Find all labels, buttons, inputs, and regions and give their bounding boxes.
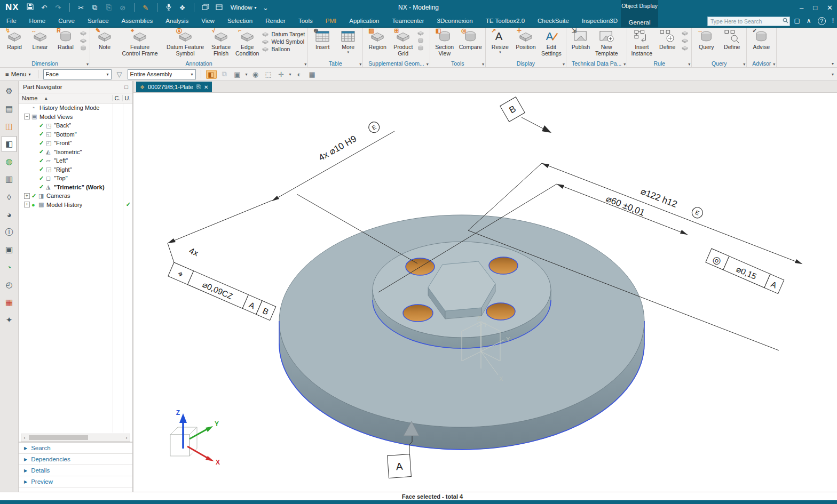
tab-selection[interactable]: Selection	[221, 18, 259, 24]
tree-item-view-back[interactable]: ✓◳"Back"	[19, 121, 132, 130]
minimize-button[interactable]: –	[800, 4, 803, 12]
alert-icon[interactable]: !	[832, 17, 834, 25]
tree-item-model-views[interactable]: −▣Model Views	[19, 113, 132, 122]
point-constructor-icon[interactable]: ✛	[277, 70, 286, 78]
group-dialog-caret[interactable]: ▾	[743, 62, 745, 67]
tree-item-view-bottom[interactable]: ✓◱"Bottom"	[19, 130, 132, 139]
constraint-navigator-icon[interactable]: ◫	[2, 118, 17, 134]
tab-inspection3d[interactable]: Inspection3D	[575, 18, 624, 24]
expand-box-icon[interactable]: +	[24, 193, 30, 199]
select-window-icon[interactable]: ▣	[233, 70, 242, 78]
tab-render[interactable]: Render	[259, 18, 292, 24]
scrollbar-thumb[interactable]	[29, 435, 88, 440]
group-dialog-caret[interactable]: ▾	[773, 62, 775, 67]
tree-item-history-modeling-mode[interactable]: ◔History Modeling Mode	[19, 103, 132, 113]
roles-icon[interactable]: ✦	[2, 312, 17, 328]
section-preview[interactable]: ▶Preview	[19, 476, 132, 487]
edge-condition-button[interactable]: ⌐Edge Condition	[234, 29, 260, 57]
menu-button[interactable]: ≡ Menu ▾	[3, 71, 33, 77]
tab-application[interactable]: Application	[343, 18, 385, 24]
resource-bar-options-icon[interactable]: ⚙	[2, 83, 17, 99]
tab-general[interactable]: General	[629, 19, 651, 26]
supplemental-small-icon-1[interactable]	[417, 30, 424, 36]
copy-icon[interactable]: ⧉	[90, 3, 100, 12]
group-dialog-caret[interactable]: ▾	[304, 62, 306, 67]
edit-settings-button[interactable]: AEdit Settings	[539, 29, 564, 57]
chamfer-dimension-icon[interactable]	[80, 37, 87, 44]
ghost-selection-icon[interactable]: ⧉	[220, 70, 230, 78]
hole-thread-callout-icon[interactable]	[80, 45, 87, 51]
position-button[interactable]: ✛Position	[513, 29, 539, 51]
section-dependencies[interactable]: ▶Dependencies	[19, 454, 132, 465]
tree-item-view-front[interactable]: ✓◰"Front"	[19, 139, 132, 148]
compare-button[interactable]: ◎Compare	[457, 29, 484, 51]
linear-dimension-button[interactable]: ↔Linear	[27, 29, 53, 51]
selection-filter-combo[interactable]: Face▾	[43, 69, 112, 79]
feature-control-frame-button[interactable]: ⌖Feature Control Frame	[117, 29, 162, 57]
window-icon[interactable]	[215, 4, 224, 12]
magnet-snap-icon[interactable]: ◉	[251, 70, 260, 78]
resize-button[interactable]: A↗Resize▾	[487, 29, 513, 55]
tree-item-view-trimetric-work[interactable]: ✓◮"Trimetric" (Work)	[19, 183, 132, 192]
assembly-navigator-icon[interactable]: ▤	[2, 101, 17, 117]
panel-undock-icon[interactable]: □	[124, 84, 128, 90]
product-grid-button[interactable]: ⊞Product Grid	[390, 29, 416, 57]
expand-box-icon[interactable]: +	[24, 202, 30, 207]
visual-reports-icon[interactable]: ▦	[2, 294, 17, 310]
undo-icon[interactable]: ↶	[40, 4, 49, 12]
measure-icon[interactable]: ◊	[2, 189, 17, 205]
pmi-fcf-concentricity[interactable]: ◎ ⌀0,15 A	[706, 249, 784, 294]
tab-surface[interactable]: Surface	[81, 18, 115, 24]
datum-feature-symbol-button[interactable]: ⒶDatum Feature Symbol	[162, 29, 208, 57]
cascade-windows-icon[interactable]	[201, 4, 210, 12]
pmi-dimension-outer-diameter[interactable]: ⌀122 h12 E	[639, 186, 705, 220]
customize-quick-access-icon[interactable]: ⌄	[261, 4, 271, 12]
publish-button[interactable]: ⇲Publish	[568, 29, 594, 51]
selection-filter-funnel-icon[interactable]: ▽	[115, 70, 124, 78]
window-menu[interactable]: Window▾	[231, 4, 257, 11]
tab-home[interactable]: Home	[23, 18, 52, 24]
visual-search-icon[interactable]: ◕	[2, 206, 17, 222]
group-dialog-caret[interactable]: ▾	[427, 62, 429, 67]
model-viewport[interactable]: Z Y X	[133, 93, 837, 494]
group-dialog-caret[interactable]: ▾	[623, 62, 626, 67]
group-dialog-caret[interactable]: ▾	[359, 62, 361, 67]
scroll-left-arrow[interactable]: ‹	[21, 435, 28, 441]
tree-item-view-left[interactable]: ✓▱"Left"	[19, 156, 132, 165]
tree-item-view-top[interactable]: ✓◻"Top"	[19, 174, 132, 183]
insert-instance-button[interactable]: Insert Instance	[629, 29, 654, 57]
rule-small-icon-1[interactable]	[681, 30, 689, 36]
group-dialog-caret[interactable]: ▾	[563, 62, 565, 67]
pmi-dimension-holes[interactable]: 4x ⌀10 H9 E	[317, 120, 381, 163]
format-brush-icon[interactable]: ✎	[141, 4, 151, 12]
tab-pmi[interactable]: PMI	[319, 18, 343, 24]
minimize-ribbon-icon[interactable]: ∧	[807, 17, 811, 25]
tab-view[interactable]: View	[195, 18, 221, 24]
rapid-dimension-button[interactable]: ↯Rapid	[2, 29, 27, 51]
section-details[interactable]: ▶Details	[19, 465, 132, 476]
group-dialog-caret[interactable]: ▾	[482, 62, 484, 67]
internet-icon[interactable]: ◔	[2, 259, 17, 275]
group-dialog-caret[interactable]: ▾	[86, 62, 89, 67]
document-tab-active[interactable]: ❖ 000279/B;1-Plate ⎘ ✕	[136, 82, 212, 92]
supplemental-small-icon-3[interactable]	[417, 45, 424, 51]
tab-detach-icon[interactable]: ⎘	[196, 84, 201, 90]
tree-item-view-right[interactable]: ✓◲"Right"	[19, 165, 132, 174]
touch-gesture-icon[interactable]: ❖	[178, 4, 187, 12]
delete-icon[interactable]: ⊘	[118, 4, 128, 12]
pmi-fcf-position[interactable]: 4x ⌖ ⌀0,09CZ A B	[168, 246, 276, 320]
voice-command-icon[interactable]	[164, 3, 173, 12]
save-icon[interactable]	[26, 3, 35, 12]
note-button[interactable]: ✎Note	[92, 29, 117, 51]
datum-target-button[interactable]: Datum Target	[262, 31, 305, 37]
tab-teamcenter[interactable]: Teamcenter	[386, 18, 431, 24]
balloon-button[interactable]: Balloon	[262, 46, 305, 52]
define-rule-button[interactable]: Define	[654, 29, 680, 51]
rule-small-icon-3[interactable]	[681, 45, 689, 51]
tree-item-view-isometric[interactable]: ✓◭"Isometric"	[19, 148, 132, 157]
part-navigator-icon[interactable]: ◧	[2, 136, 17, 152]
radial-dimension-button[interactable]: RRadial	[53, 29, 78, 51]
selection-scope-combo[interactable]: Entire Assembly▾	[128, 69, 196, 79]
snap-point-toggle-icon[interactable]: ◧	[206, 70, 217, 79]
tab-analysis[interactable]: Analysis	[159, 18, 195, 24]
